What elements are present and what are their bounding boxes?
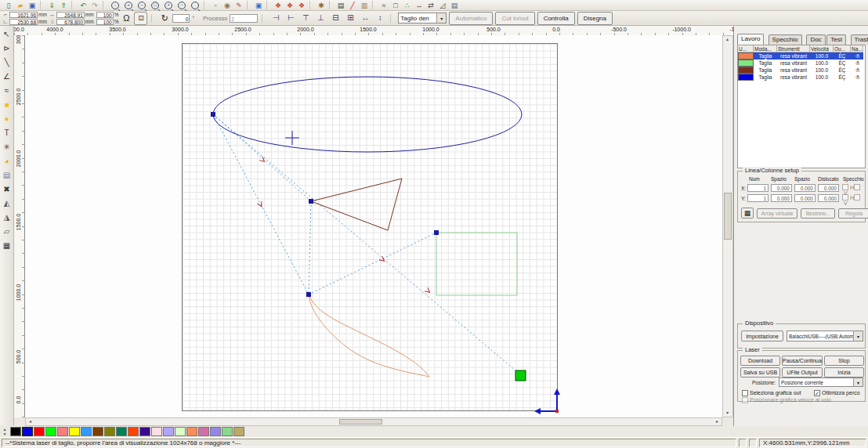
path-start-node[interactable]	[309, 199, 313, 204]
layer-cell[interactable]: 100.0	[810, 60, 834, 67]
layer-cell[interactable]: 100.0	[810, 67, 834, 74]
path-start-node[interactable]	[211, 112, 215, 117]
curve-check-icon[interactable]: ≈	[378, 1, 389, 10]
scroll-left-icon[interactable]: ◂	[26, 418, 34, 425]
align-top-icon[interactable]: ⊤	[299, 13, 312, 23]
tab-doc[interactable]: Doc	[806, 34, 825, 45]
color-swatch[interactable]	[81, 427, 92, 436]
color-swatch[interactable]	[198, 427, 209, 436]
color-swatch[interactable]	[151, 427, 162, 436]
checkbox-icon[interactable]	[742, 390, 748, 396]
scroll-up-icon[interactable]: ▴	[723, 36, 732, 43]
h-distance-icon[interactable]: ↔	[414, 1, 425, 10]
posizione-combo[interactable]: Posizione corrente ▾	[779, 378, 863, 387]
vertical-scrollbar[interactable]: ▴ ▾	[722, 35, 733, 417]
color-swatch[interactable]	[222, 427, 233, 436]
scroll-down-icon[interactable]: ▾	[723, 410, 732, 417]
tab-test[interactable]: Test	[826, 34, 846, 45]
color-swatch[interactable]	[175, 427, 186, 436]
column-header[interactable]: Na...	[851, 45, 863, 52]
rectangle-tool-icon[interactable]: ■	[1, 99, 13, 110]
layer-row[interactable]: Tagliaresa vibrant100.0ÊÇ·ñ	[738, 74, 863, 81]
color-swatch[interactable]	[22, 427, 33, 436]
align-bottom-icon[interactable]: ⊥	[314, 13, 327, 23]
width-field[interactable]: 2648.91	[56, 12, 85, 18]
color-swatch[interactable]	[210, 427, 221, 436]
text-tool-icon[interactable]: T	[1, 127, 13, 139]
layer-cell[interactable]: 100.0	[810, 74, 834, 81]
layer-cell[interactable]: Taglia	[754, 67, 777, 74]
array-field[interactable]: 0.000	[794, 194, 816, 202]
column-header[interactable]: Ou...	[834, 45, 851, 52]
impostazione-button[interactable]: Impostazione	[741, 331, 783, 341]
color-swatch[interactable]	[233, 427, 244, 436]
layer-cell[interactable]: Taglia	[754, 52, 777, 60]
chevron-down-icon[interactable]: ▾	[853, 378, 863, 386]
hscroll-thumb[interactable]	[339, 419, 382, 425]
color-swatch[interactable]	[45, 427, 56, 436]
node-edit-tool-icon[interactable]: ⊳	[1, 42, 13, 54]
controlla-button[interactable]: Controlla	[537, 12, 575, 25]
layer-cell[interactable]: Taglia	[754, 60, 777, 67]
zoom-select-icon[interactable]: ▫	[178, 2, 186, 9]
array-field[interactable]: 1	[747, 184, 769, 192]
y-position-field[interactable]: 2530.68	[9, 19, 38, 25]
height-field[interactable]: 678.800	[56, 19, 85, 25]
array-field[interactable]: 0.000	[794, 184, 816, 192]
zoom-minus-icon[interactable]: −	[138, 2, 146, 9]
ellipse-tool-icon[interactable]: ●	[1, 113, 13, 125]
layer-row[interactable]: Tagliaresa vibrant100.0ÊÇ·ñ	[738, 67, 863, 74]
layer-cell[interactable]: resa vibrant	[777, 74, 810, 81]
palette-scroll[interactable]: ▲▼	[2, 427, 8, 436]
layer-cell[interactable]: ·ñ	[851, 74, 863, 81]
delete-tool-icon[interactable]: ✖	[1, 183, 13, 195]
color-swatch[interactable]	[116, 427, 127, 436]
automatico-button[interactable]: Automatico	[449, 12, 493, 25]
array-button-2[interactable]: Bestrew...	[801, 208, 835, 219]
mirror-horizontal-tool-icon[interactable]: ◮	[1, 211, 13, 223]
canvas[interactable]	[25, 35, 722, 417]
gear-icon[interactable]: ✱	[316, 1, 327, 10]
array-field[interactable]: 0.000	[818, 184, 839, 192]
array-button-1[interactable]: Array virtuale	[757, 208, 797, 219]
color-swatch[interactable]	[92, 427, 103, 436]
horizontal-scrollbar[interactable]: ◂ ▸	[25, 417, 722, 426]
align-left-icon[interactable]: ⊣	[269, 13, 282, 23]
download-button[interactable]: Download	[740, 356, 780, 366]
redo-icon[interactable]: ↷	[89, 1, 100, 10]
layer-cell[interactable]: 100.0	[810, 52, 834, 60]
device-combo[interactable]: BalacchiUSB----(USB:Automatico ▾	[787, 331, 863, 341]
leaf-shape[interactable]	[309, 294, 429, 377]
layer-row[interactable]: Tagliaresa vibrant100.0ÊÇ·ñ	[738, 52, 863, 60]
v-distance-icon[interactable]: ⇄	[425, 1, 436, 10]
select-tool-icon[interactable]: ↖	[1, 28, 13, 40]
tab-trasforma[interactable]: Trasforma	[851, 34, 868, 45]
save-icon[interactable]: ▣	[27, 1, 38, 10]
ruler-icon[interactable]: ▥	[359, 1, 370, 10]
star-tool-icon[interactable]: ✳	[1, 141, 13, 153]
color-swatch[interactable]	[128, 427, 139, 436]
array-grid-button[interactable]: ▦	[741, 208, 754, 219]
scale-y-field[interactable]: 100	[96, 19, 114, 25]
array-tool-icon[interactable]: ▦	[1, 240, 13, 251]
line-tool-icon[interactable]: ╲	[1, 56, 13, 68]
color-swatch[interactable]	[104, 427, 115, 436]
angle-measure-icon[interactable]: ◿	[437, 1, 448, 10]
color-swatch[interactable]	[57, 427, 68, 436]
mirror-vertical-tool-icon[interactable]: ◭	[1, 197, 13, 209]
align-right-icon[interactable]: ⊢	[284, 13, 297, 23]
salva-su-usb-button[interactable]: Salva su USB	[740, 367, 780, 378]
tab-lavoro[interactable]: Lavoro	[737, 34, 764, 45]
chevron-down-icon[interactable]: ▾	[853, 331, 863, 341]
array-field[interactable]: 1	[747, 194, 769, 202]
image-tool-icon[interactable]: ▤	[1, 169, 13, 181]
palette-down-icon[interactable]: ▼	[2, 432, 8, 436]
checkbox-icon[interactable]	[842, 194, 848, 201]
space-horizontal-icon[interactable]: ↔	[359, 13, 371, 23]
undo-icon[interactable]: ↶	[78, 1, 89, 10]
polyline-tool-icon[interactable]: ∠	[1, 70, 13, 82]
checkbox-checked-icon[interactable]	[814, 390, 820, 396]
layer-cell[interactable]: ·ñ	[851, 60, 863, 67]
ellipse-shape[interactable]	[213, 77, 522, 152]
array-copy-icon[interactable]: ❖	[273, 1, 284, 10]
